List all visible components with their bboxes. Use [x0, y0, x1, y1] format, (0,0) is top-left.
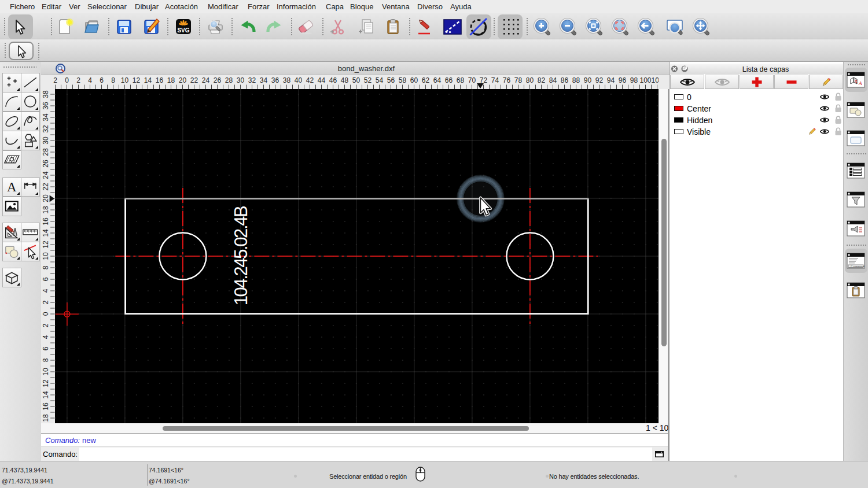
svg-text:22: 22	[42, 183, 50, 191]
svg-text:16: 16	[42, 402, 50, 411]
svg-text:54: 54	[376, 76, 384, 84]
svg-text:52: 52	[364, 76, 372, 84]
svg-text:24: 24	[202, 76, 210, 84]
svg-text:34: 34	[260, 76, 268, 84]
svg-text:40: 40	[295, 76, 303, 84]
svg-text:12: 12	[42, 379, 50, 387]
svg-text:4: 4	[88, 76, 92, 84]
svg-text:62: 62	[422, 76, 430, 84]
svg-text:22: 22	[190, 76, 198, 84]
svg-text:38: 38	[283, 76, 291, 84]
svg-text:68: 68	[457, 76, 465, 84]
svg-text:10: 10	[121, 76, 129, 84]
svg-text:A: A	[858, 80, 862, 86]
svg-text:102: 102	[651, 76, 659, 84]
svg-text:SVG: SVG	[177, 27, 189, 34]
svg-text:4: 4	[42, 289, 50, 293]
svg-text:80: 80	[526, 76, 534, 84]
svg-text:16: 16	[156, 76, 164, 84]
svg-text:12: 12	[133, 76, 141, 84]
svg-text:86: 86	[561, 76, 569, 84]
svg-text:82: 82	[538, 76, 546, 84]
svg-text:2: 2	[76, 76, 80, 84]
svg-text:2: 2	[42, 323, 50, 327]
svg-text:6: 6	[42, 346, 50, 350]
svg-text:38: 38	[42, 90, 50, 98]
svg-text:96: 96	[619, 76, 627, 84]
svg-text:C command: C command	[851, 265, 865, 268]
svg-text:50: 50	[352, 76, 361, 84]
svg-text:4: 4	[42, 335, 50, 339]
svg-text:10: 10	[42, 368, 50, 376]
svg-text:10: 10	[42, 252, 50, 260]
svg-text:2: 2	[42, 300, 50, 304]
svg-text:104.245.02.4B: 104.245.02.4B	[231, 206, 251, 305]
svg-text:A: A	[7, 180, 17, 194]
svg-text:100: 100	[639, 76, 651, 84]
svg-text:28: 28	[42, 148, 50, 156]
svg-text:14: 14	[42, 391, 50, 399]
svg-text:8: 8	[42, 265, 50, 269]
svg-text:26: 26	[42, 160, 50, 168]
svg-text:32: 32	[42, 125, 50, 133]
svg-text:6: 6	[42, 277, 50, 281]
svg-text:90: 90	[584, 76, 592, 84]
svg-text:18: 18	[42, 414, 50, 422]
svg-text:46: 46	[329, 76, 337, 84]
svg-text:Lista de capas: Lista de capas	[742, 65, 789, 73]
svg-text:6: 6	[100, 76, 104, 84]
svg-text:56: 56	[387, 76, 395, 84]
svg-text:48: 48	[341, 76, 349, 84]
svg-text:8: 8	[42, 358, 50, 362]
svg-text:20: 20	[179, 76, 187, 84]
svg-text:76: 76	[503, 76, 511, 84]
svg-text:42: 42	[306, 76, 314, 84]
svg-text:8: 8	[111, 76, 115, 84]
svg-text:24: 24	[42, 171, 50, 179]
svg-text:30: 30	[42, 136, 50, 145]
svg-text:66: 66	[445, 76, 453, 84]
svg-text:0: 0	[65, 76, 69, 84]
svg-text:32: 32	[248, 76, 256, 84]
svg-text:94: 94	[607, 76, 615, 84]
svg-text:14: 14	[144, 76, 152, 84]
svg-text:18: 18	[42, 206, 50, 214]
svg-text:36: 36	[42, 102, 50, 110]
svg-text:78: 78	[514, 76, 523, 84]
svg-text:92: 92	[595, 76, 604, 84]
svg-text:16: 16	[42, 217, 50, 225]
svg-text:0: 0	[42, 312, 50, 316]
svg-text:58: 58	[399, 76, 407, 84]
svg-text:2: 2	[53, 76, 57, 84]
svg-text:72: 72	[480, 76, 488, 84]
svg-text:28: 28	[225, 76, 233, 84]
svg-text:34: 34	[42, 113, 50, 121]
svg-text:70: 70	[468, 76, 476, 84]
svg-text:60: 60	[410, 76, 418, 84]
svg-text:18: 18	[167, 76, 175, 84]
svg-text:74: 74	[491, 76, 499, 84]
svg-text:44: 44	[318, 76, 326, 84]
svg-text:98: 98	[630, 76, 638, 84]
svg-text:30: 30	[237, 76, 245, 84]
svg-text:12: 12	[42, 241, 50, 249]
svg-text:36: 36	[271, 76, 279, 84]
svg-text:14: 14	[42, 229, 50, 237]
svg-text:20: 20	[42, 194, 50, 202]
svg-text:88: 88	[572, 76, 580, 84]
svg-text:84: 84	[549, 76, 557, 84]
svg-text:64: 64	[433, 76, 442, 84]
svg-text:26: 26	[214, 76, 222, 84]
